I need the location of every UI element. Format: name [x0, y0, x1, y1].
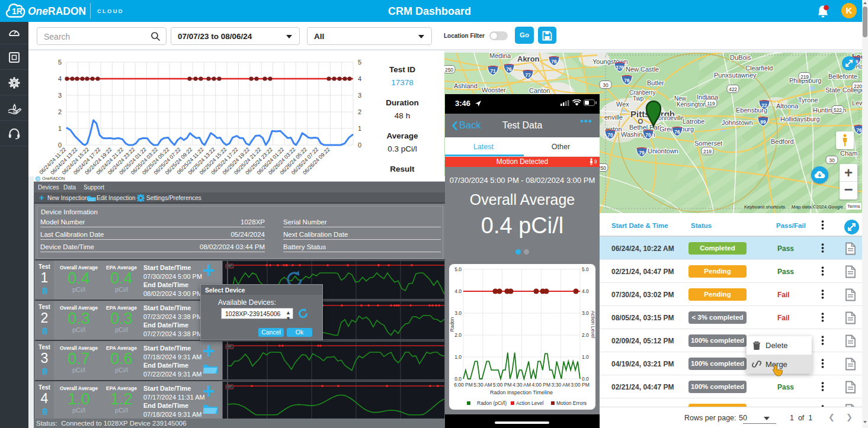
svg-text:3.0: 3.0	[582, 310, 589, 316]
svg-text:0.0: 0.0	[454, 376, 462, 382]
svg-text:0.0: 0.0	[582, 376, 589, 382]
svg-text:Johnstown: Johnstown	[722, 119, 753, 126]
svg-text:Ashland: Ashland	[454, 82, 478, 89]
svg-text:522: 522	[834, 107, 842, 113]
svg-text:Twp: Twp	[633, 95, 644, 102]
svg-text:New Castle: New Castle	[626, 66, 659, 73]
svg-text:4: 4	[58, 75, 62, 82]
svg-text:76: 76	[624, 78, 630, 83]
svg-text:4.0: 4.0	[582, 288, 589, 294]
svg-text:Lewistown: Lewistown	[852, 99, 863, 107]
svg-text:Action Level: Action Level	[590, 311, 595, 338]
svg-text:Butler: Butler	[647, 79, 664, 86]
svg-text:76: 76	[674, 129, 680, 135]
svg-text:219: 219	[800, 74, 809, 80]
svg-text:Akron: Akron	[517, 54, 540, 63]
svg-text:5.0: 5.0	[582, 266, 589, 272]
svg-text:0: 0	[358, 141, 361, 149]
svg-text:Bedford: Bedford	[771, 138, 794, 145]
svg-text:Punxsutawney: Punxsutawney	[714, 72, 757, 79]
svg-text:Radon (pCi/l): Radon (pCi/l)	[477, 400, 507, 406]
svg-text:5.0: 5.0	[454, 266, 462, 272]
svg-text:R: R	[37, 177, 39, 181]
svg-text:76: 76	[551, 59, 557, 65]
svg-text:3.0: 3.0	[454, 310, 462, 316]
svg-text:Somerset: Somerset	[694, 140, 722, 147]
svg-text:Canton: Canton	[529, 87, 550, 94]
svg-text:6:00 PM: 6:00 PM	[454, 382, 473, 388]
svg-text:Wex: Wex	[616, 101, 629, 108]
svg-text:70: 70	[645, 132, 651, 138]
svg-text:0: 0	[58, 141, 62, 149]
svg-text:76: 76	[506, 66, 512, 72]
svg-text:30: 30	[603, 82, 608, 88]
svg-text:3:30 AM: 3:30 AM	[552, 382, 570, 388]
svg-text:30: 30	[829, 157, 835, 163]
svg-text:2: 2	[358, 108, 361, 115]
svg-text:3:00 PM: 3:00 PM	[571, 382, 590, 388]
svg-text:70: 70	[607, 132, 613, 138]
svg-text:1: 1	[358, 125, 361, 132]
svg-text:Bellefonte: Bellefonte	[828, 73, 857, 80]
svg-text:1: 1	[58, 125, 62, 132]
svg-text:Uniontown: Uniontown	[648, 147, 678, 155]
svg-text:Kensington: Kensington	[677, 101, 706, 108]
svg-text:1.0: 1.0	[454, 354, 462, 360]
svg-text:71: 71	[490, 68, 496, 74]
svg-text:5:00 PM: 5:00 PM	[493, 382, 512, 388]
svg-text:Radon: Radon	[449, 317, 455, 332]
svg-text:Latrobe: Latrobe	[683, 118, 704, 125]
svg-text:119: 119	[707, 101, 715, 107]
svg-text:5:30 AM: 5:30 AM	[473, 382, 492, 388]
svg-text:4:30 AM: 4:30 AM	[513, 382, 531, 388]
svg-text:79: 79	[639, 150, 645, 156]
svg-text:Wooster: Wooster	[482, 86, 506, 94]
svg-text:Clearfield: Clearfield	[745, 65, 773, 72]
svg-text:99: 99	[760, 119, 766, 125]
svg-text:4: 4	[358, 75, 361, 82]
svg-text:enville: enville	[604, 114, 623, 121]
svg-text:4:00 PM: 4:00 PM	[531, 382, 550, 388]
svg-text:220: 220	[854, 83, 862, 89]
svg-text:Medina: Medina	[489, 53, 511, 59]
svg-text:Motion Errors: Motion Errors	[556, 400, 587, 406]
svg-text:219: 219	[703, 149, 712, 155]
svg-text:76: 76	[856, 127, 862, 133]
svg-text:4.0: 4.0	[454, 288, 462, 294]
svg-text:5: 5	[358, 59, 361, 66]
svg-text:Action Level: Action Level	[516, 400, 543, 406]
svg-text:376: 376	[616, 65, 624, 70]
svg-text:2.0: 2.0	[454, 332, 462, 338]
svg-text:2: 2	[58, 108, 62, 115]
svg-text:Cham: Cham	[840, 150, 857, 157]
svg-text:3: 3	[358, 92, 361, 99]
svg-text:Radon Inspection Timeline: Radon Inspection Timeline	[490, 390, 553, 395]
svg-text:5: 5	[58, 59, 62, 66]
svg-text:Altoona: Altoona	[776, 102, 799, 110]
svg-text:Tyrone: Tyrone	[798, 96, 818, 104]
svg-text:77: 77	[525, 72, 531, 78]
svg-text:DuBois: DuBois	[730, 54, 751, 61]
svg-text:422: 422	[729, 86, 737, 92]
svg-text:22: 22	[761, 102, 767, 108]
svg-text:1.0: 1.0	[582, 354, 589, 360]
svg-text:250: 250	[445, 67, 453, 73]
svg-text:2.0: 2.0	[582, 332, 589, 338]
svg-text:Hollidaysburg: Hollidaysburg	[780, 115, 820, 123]
svg-text:3: 3	[58, 92, 62, 99]
